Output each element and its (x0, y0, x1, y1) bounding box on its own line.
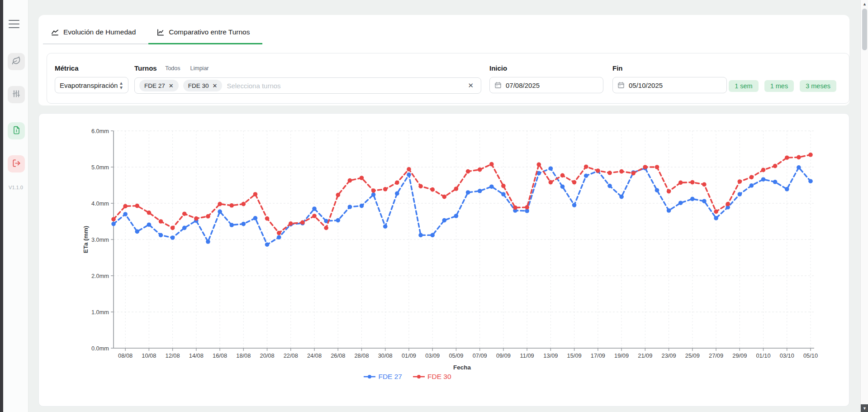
legend-fde-30[interactable]: FDE 30 (413, 373, 451, 381)
line-chart-icon (157, 29, 164, 36)
app-version: V1.1.0 (3, 185, 28, 190)
svg-text:18/08: 18/08 (236, 352, 251, 359)
header-panel: Evolución de Humedad Comparativo entre T… (38, 15, 849, 105)
svg-text:5.0mm: 5.0mm (91, 164, 109, 171)
chip-fde-27: FDE 27 ✕ (139, 80, 179, 91)
tab-bar: Evolución de Humedad Comparativo entre T… (43, 22, 262, 44)
metric-label: Métrica (55, 64, 128, 72)
tab-label: Comparativo entre Turnos (169, 28, 250, 36)
svg-text:03/09: 03/09 (425, 352, 440, 359)
calendar-icon (617, 81, 625, 89)
sidebar: V1.1.0 (3, 0, 28, 412)
logout-icon (12, 159, 21, 169)
chart-legend: FDE 27 FDE 30 (39, 373, 776, 381)
start-date-input[interactable]: 07/08/2025 (489, 77, 603, 93)
scroll-down-arrow-icon[interactable]: ▼ (861, 404, 868, 412)
svg-text:17/09: 17/09 (591, 352, 605, 359)
range-1-month-button[interactable]: 1 mes (764, 80, 794, 92)
svg-text:15/09: 15/09 (567, 352, 582, 359)
legend-fde-27[interactable]: FDE 27 (364, 373, 402, 381)
turnos-label: Turnos (134, 64, 157, 72)
svg-text:1.0mm: 1.0mm (91, 309, 109, 316)
svg-text:3.0mm: 3.0mm (91, 236, 109, 243)
svg-text:4.0mm: 4.0mm (91, 200, 109, 207)
svg-text:0.0mm: 0.0mm (91, 345, 109, 352)
svg-text:07/09: 07/09 (473, 352, 487, 359)
svg-text:03/10: 03/10 (780, 352, 794, 359)
start-date-label: Inicio (489, 64, 603, 72)
report-file-icon (12, 126, 21, 136)
leaf-icon (12, 56, 21, 67)
tab-evolucion-humedad[interactable]: Evolución de Humedad (43, 22, 148, 43)
range-1-week-button[interactable]: 1 sem (729, 80, 759, 92)
sidebar-item-settings[interactable] (8, 86, 25, 103)
svg-text:14/08: 14/08 (189, 352, 204, 359)
svg-text:23/09: 23/09 (662, 352, 676, 359)
turnos-placeholder: Selecciona turnos (227, 82, 460, 90)
svg-text:20/08: 20/08 (260, 352, 275, 359)
area-chart-icon (51, 29, 59, 36)
svg-text:30/08: 30/08 (378, 352, 393, 359)
menu-icon (9, 20, 19, 21)
svg-text:05/09: 05/09 (449, 352, 463, 359)
calendar-icon (494, 81, 502, 89)
clear-all-icon[interactable]: ✕ (465, 81, 476, 90)
svg-text:12/08: 12/08 (166, 352, 180, 359)
svg-text:11/09: 11/09 (520, 352, 534, 359)
svg-text:27/09: 27/09 (709, 352, 723, 359)
svg-text:19/09: 19/09 (614, 352, 629, 359)
sliders-icon (12, 89, 21, 100)
end-date-input[interactable]: 05/10/2025 (612, 77, 727, 93)
scroll-up-arrow-icon[interactable]: ▲ (861, 0, 868, 8)
turnos-multiselect[interactable]: FDE 27 ✕ FDE 30 ✕ Selecciona turnos ✕ (134, 77, 481, 94)
clear-selection-link[interactable]: Limpiar (190, 65, 209, 72)
vertical-scrollbar[interactable]: ▲ ▼ (860, 0, 868, 412)
range-3-months-button[interactable]: 3 meses (800, 80, 836, 92)
start-date-value: 07/08/2025 (506, 81, 540, 89)
svg-text:2.0mm: 2.0mm (91, 273, 109, 279)
chevron-up-down-icon: ▲▼ (119, 81, 123, 90)
window-edge-strip (0, 0, 3, 412)
select-all-link[interactable]: Todos (165, 65, 180, 72)
menu-toggle-button[interactable] (9, 20, 19, 28)
sidebar-item-crops[interactable] (8, 53, 25, 70)
svg-text:ETa (mm): ETa (mm) (82, 226, 89, 254)
svg-text:08/08: 08/08 (118, 352, 133, 359)
svg-text:24/08: 24/08 (307, 352, 322, 359)
remove-chip-icon[interactable]: ✕ (212, 82, 217, 89)
logout-button[interactable] (8, 155, 25, 172)
tab-comparativo-turnos[interactable]: Comparativo entre Turnos (148, 22, 262, 43)
svg-text:01/10: 01/10 (756, 352, 771, 359)
svg-text:21/09: 21/09 (638, 352, 652, 359)
svg-text:13/09: 13/09 (543, 352, 558, 359)
sidebar-item-reports[interactable] (8, 122, 25, 139)
metric-value: Evapotranspiración (60, 81, 119, 89)
svg-text:28/08: 28/08 (354, 352, 369, 359)
tab-label: Evolución de Humedad (63, 28, 136, 36)
end-date-label: Fin (612, 64, 727, 72)
svg-text:09/09: 09/09 (496, 352, 511, 359)
svg-text:22/08: 22/08 (284, 352, 298, 359)
svg-text:6.0mm: 6.0mm (91, 128, 109, 134)
svg-text:25/09: 25/09 (685, 352, 700, 359)
end-date-value: 05/10/2025 (629, 81, 663, 89)
svg-text:01/09: 01/09 (402, 352, 416, 359)
comparison-chart-card: 0.0mm1.0mm2.0mm3.0mm4.0mm5.0mm6.0mm08/08… (38, 113, 849, 407)
line-chart: 0.0mm1.0mm2.0mm3.0mm4.0mm5.0mm6.0mm08/08… (39, 114, 849, 396)
remove-chip-icon[interactable]: ✕ (169, 82, 174, 89)
metric-select[interactable]: Evapotranspiración ▲▼ (55, 77, 128, 93)
svg-text:10/08: 10/08 (142, 352, 156, 359)
scrollbar-thumb[interactable] (862, 9, 867, 50)
filter-panel: Métrica Evapotranspiración ▲▼ Turnos Tod… (47, 53, 849, 104)
svg-text:26/08: 26/08 (331, 352, 345, 359)
chip-fde-30: FDE 30 ✕ (183, 80, 223, 91)
svg-text:29/09: 29/09 (732, 352, 747, 359)
svg-text:16/08: 16/08 (213, 352, 227, 359)
svg-text:05/10: 05/10 (803, 352, 818, 359)
quick-range-buttons: 1 sem 1 mes 3 meses (729, 80, 836, 92)
svg-text:Fecha: Fecha (453, 364, 471, 371)
